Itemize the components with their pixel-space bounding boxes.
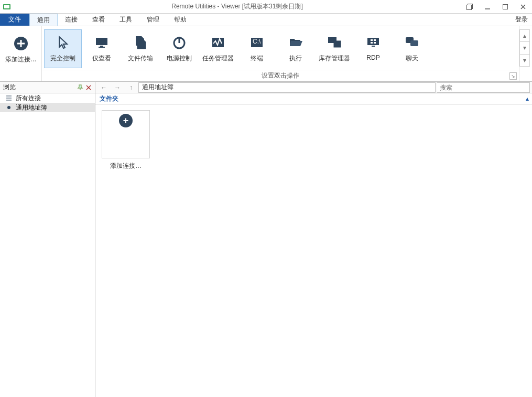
ribbon-chat-button[interactable]: 聊天 — [393, 29, 431, 68]
add-connection-tile[interactable]: + 添加连接… — [101, 110, 151, 170]
ribbon: 添加连接… 完全控制 仅查看 文件传输 电源控制 任务管理器 — [0, 26, 532, 82]
menu-bar: 文件 通用 连接 查看 工具 管理 帮助 登录 — [0, 14, 532, 26]
svg-point-35 — [7, 106, 10, 109]
plus-circle-icon: + — [119, 114, 133, 127]
ribbon-rdp-button[interactable]: RDP — [354, 29, 392, 68]
window-title: Remote Utilities - Viewer [试用版本31剩余日期] — [14, 2, 461, 11]
nav-toolbar-row: 浏览 ← → ↑ — [0, 82, 532, 93]
ribbon-item-label: RDP — [366, 54, 379, 61]
svg-rect-26 — [374, 42, 376, 44]
folder-open-icon — [287, 34, 304, 51]
svg-rect-24 — [374, 39, 376, 41]
ribbon-item-label: 电源控制 — [167, 54, 192, 63]
svg-rect-11 — [96, 38, 107, 45]
svg-rect-29 — [410, 40, 418, 46]
content-pane: 文件夹 ▴ + 添加连接… — [95, 93, 532, 397]
monitor-icon — [93, 34, 110, 51]
ribbon-execute-button[interactable]: 执行 — [277, 29, 314, 68]
ribbon-scroll: ▴ ▾ ▾ — [519, 29, 530, 67]
add-connection-button[interactable]: 添加连接… — [2, 30, 40, 69]
svg-rect-25 — [371, 42, 373, 44]
pin-icon[interactable] — [76, 83, 84, 92]
bullet-icon — [5, 104, 13, 111]
svg-rect-12 — [100, 46, 103, 47]
search-input[interactable] — [437, 82, 530, 93]
tree-item-label: 所有连接 — [16, 94, 41, 103]
activity-icon — [210, 34, 226, 51]
plus-circle-icon — [13, 35, 29, 52]
ribbon-scroll-more[interactable]: ▾ — [520, 55, 529, 66]
svg-rect-21 — [334, 41, 341, 47]
content-section-header[interactable]: 文件夹 — [95, 93, 532, 105]
ribbon-item-label: 完全控制 — [50, 54, 75, 63]
ribbon-full-control-button[interactable]: 完全控制 — [44, 29, 82, 68]
ribbon-inventory-button[interactable]: 库存管理器 — [316, 29, 353, 68]
ribbon-scroll-down[interactable]: ▾ — [520, 42, 529, 54]
minimize-button[interactable] — [479, 0, 496, 14]
ribbon-item-label: 库存管理器 — [319, 54, 350, 63]
items-area: + 添加连接… — [95, 105, 532, 176]
nav-toolbar: ← → ↑ — [95, 82, 532, 93]
list-icon — [5, 94, 13, 102]
menu-help[interactable]: 帮助 — [167, 14, 194, 26]
browse-panel-title: 浏览 — [3, 83, 76, 92]
ribbon-power-control-button[interactable]: 电源控制 — [160, 29, 198, 68]
ribbon-file-transfer-button[interactable]: 文件传输 — [122, 29, 159, 68]
panel-close-icon[interactable] — [84, 83, 93, 92]
devices-icon — [326, 34, 343, 51]
power-icon — [171, 34, 188, 51]
tile-label: 添加连接… — [110, 162, 142, 170]
menu-login[interactable]: 登录 — [511, 14, 532, 26]
browse-panel-header: 浏览 — [0, 82, 95, 93]
ribbon-item-label: 仅查看 — [92, 54, 111, 63]
ribbon-group-label: 设置双击操作 ↘ — [42, 70, 519, 81]
cursor-icon — [55, 34, 71, 51]
ribbon-view-only-button[interactable]: 仅查看 — [83, 29, 121, 68]
chat-icon — [404, 34, 420, 51]
tree-item-all-connections[interactable]: 所有连接 — [0, 93, 95, 103]
connection-tree: 所有连接 通用地址簿 — [0, 93, 95, 397]
ribbon-task-manager-button[interactable]: 任务管理器 — [199, 29, 237, 68]
svg-rect-27 — [372, 46, 375, 47]
menu-manage[interactable]: 管理 — [139, 14, 167, 26]
ribbon-item-label: 文件传输 — [128, 54, 153, 63]
ribbon-add-connection-group: 添加连接… — [0, 26, 42, 81]
svg-rect-23 — [371, 39, 373, 41]
tree-item-label: 通用地址簿 — [16, 103, 47, 112]
maximize-button[interactable] — [496, 0, 514, 14]
rdp-icon — [365, 34, 382, 51]
svg-rect-1 — [4, 5, 9, 8]
close-button[interactable] — [514, 0, 532, 14]
window-controls — [461, 0, 532, 14]
ribbon-terminal-button[interactable]: C:\ 终端 — [238, 29, 276, 68]
nav-up-button[interactable]: ↑ — [125, 82, 137, 93]
app-icon — [0, 0, 14, 14]
restore-down-icon[interactable] — [461, 0, 479, 14]
tile-box[interactable]: + — [102, 110, 150, 158]
menu-view[interactable]: 查看 — [85, 14, 112, 26]
menu-general[interactable]: 通用 — [29, 14, 58, 26]
ribbon-item-label: 终端 — [251, 54, 263, 63]
address-input[interactable] — [138, 82, 436, 93]
svg-rect-13 — [99, 47, 105, 48]
collapse-section-icon[interactable]: ▴ — [526, 95, 529, 102]
ribbon-item-label: 聊天 — [406, 54, 418, 63]
ribbon-dblclick-group: 完全控制 仅查看 文件传输 电源控制 任务管理器 C:\ 终端 — [42, 26, 519, 81]
content-section-title: 文件夹 — [100, 94, 118, 103]
svg-text:C:\: C:\ — [253, 38, 261, 45]
tree-item-general-addressbook[interactable]: 通用地址簿 — [0, 103, 95, 112]
menu-tools[interactable]: 工具 — [112, 14, 139, 26]
main-area: 所有连接 通用地址簿 文件夹 ▴ + 添加连接… — [0, 93, 532, 397]
svg-rect-5 — [503, 4, 508, 9]
menu-file[interactable]: 文件 — [0, 14, 29, 26]
nav-forward-button[interactable]: → — [111, 82, 124, 93]
ribbon-dialog-launcher[interactable]: ↘ — [509, 72, 517, 80]
menu-connect[interactable]: 连接 — [58, 14, 85, 26]
terminal-icon: C:\ — [248, 34, 265, 51]
ribbon-item-label: 任务管理器 — [202, 54, 234, 63]
file-icon — [132, 34, 149, 51]
ribbon-scroll-up[interactable]: ▴ — [520, 30, 529, 42]
nav-back-button[interactable]: ← — [97, 82, 110, 93]
ribbon-group-label-text: 设置双击操作 — [262, 71, 299, 80]
add-connection-label: 添加连接… — [5, 55, 37, 64]
